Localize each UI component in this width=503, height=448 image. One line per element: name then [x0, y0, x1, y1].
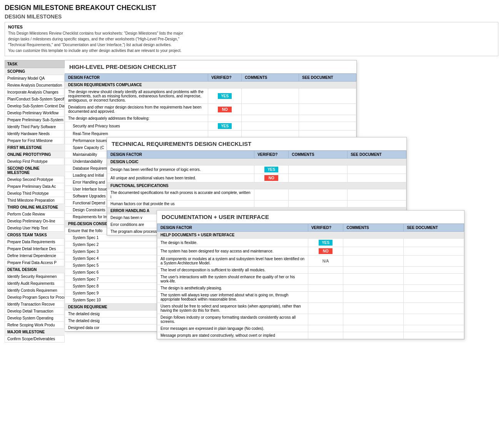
checklist-factor: Real-Time Requirem [65, 130, 208, 137]
technical-col-comments: COMMENTS [289, 151, 348, 159]
checklist-comments [242, 122, 299, 130]
predesign-col-seedoc: SEE DOCUMENT [299, 74, 356, 82]
section-subtitle: DESIGN MILESTONES [5, 13, 498, 20]
doc-col-verified: VERIFIED? [308, 224, 343, 232]
checklist-factor: The user's interactions with the system … [157, 274, 308, 285]
checklist-seedoc [348, 165, 406, 174]
sidebar-task: Identify Transaction Recove [5, 301, 65, 308]
checklist-verified [308, 325, 343, 332]
checklist-seedoc [404, 332, 464, 339]
checklist-seedoc [404, 274, 464, 285]
checklist-verified: NO [208, 104, 242, 115]
sidebar-table: TASK SCOPINGPreliminary Model QAReview A… [5, 60, 65, 343]
col-task: TASK [5, 60, 65, 68]
sidebar-section: CROSS TEAM TASKS [5, 232, 65, 239]
checklist-factor: Security and Privacy Issues [65, 122, 208, 130]
checklist-seedoc [404, 303, 464, 314]
checklist-seedoc [404, 239, 464, 247]
checklist-verified: NO [308, 247, 343, 256]
sidebar-task: Prepare Data Requirements [5, 239, 65, 246]
checklist-seedoc [404, 285, 464, 292]
checklist-verified [208, 130, 242, 137]
checklist-factor: Users should be free to select and seque… [157, 303, 308, 314]
sidebar-task: Prepare for First Milestone [5, 137, 65, 144]
sidebar-section: FIRST MILESTONE [5, 144, 65, 151]
checklist-factor: The design is aesthetically pleasing. [157, 285, 308, 292]
checklist-factor: All components or modules at a system an… [157, 256, 308, 267]
checklist-comments [343, 332, 404, 339]
checklist-factor: The level of decomposition is sufficient… [157, 267, 308, 274]
sidebar-task: Develop Program Specs for Processing [5, 294, 65, 301]
checklist-factor: The design adequately addresses the foll… [65, 115, 208, 122]
checklist-factor: Design follows industry or company forma… [157, 314, 308, 325]
documentation-table: DESIGN FACTOR VERIFIED? COMMENTS SEE DOC… [157, 224, 464, 339]
checklist-factor: The system has been designed for easy ac… [157, 247, 308, 256]
checklist-seedoc [348, 201, 406, 207]
sidebar-section: SCOPING [5, 68, 65, 75]
sidebar-task: Prepare Preliminary Data Ac [5, 183, 65, 190]
sidebar-task: Prepare Detail Interface Des [5, 246, 65, 252]
checklist-section: FUNCTIONAL SPECIFICATIONS [107, 182, 406, 189]
checklist-factor: The documented specifications for each p… [107, 189, 254, 201]
sidebar-task: Perform Code Review [5, 211, 65, 218]
checklist-section: DESIGN LOGIC [107, 159, 406, 165]
checklist-seedoc [404, 247, 464, 256]
checklist-verified [308, 274, 343, 285]
checklist-seedoc [404, 267, 464, 274]
checklist-comments [343, 256, 404, 267]
checklist-factor: All unique and positional values have be… [107, 174, 254, 182]
checklist-verified [308, 314, 343, 325]
checklist-factor: The design review should clearly identif… [65, 89, 208, 104]
checklist-verified [308, 303, 343, 314]
checklist-factor: Message prompts are stated constructivel… [157, 332, 308, 339]
checklist-verified: YES [308, 239, 343, 247]
checklist-verified: N/A [308, 256, 343, 267]
sidebar-section: SECOND ONLINE MILESTONE [5, 165, 65, 176]
sidebar-task: Prepare Final Data Access P [5, 259, 65, 266]
checklist-comments [343, 274, 404, 285]
checklist-factor: The system will always keep user informe… [157, 292, 308, 303]
checklist-verified: YES [208, 122, 242, 130]
checklist-comments [343, 267, 404, 274]
checklist-seedoc [404, 256, 464, 267]
checklist-comments [242, 130, 299, 137]
sidebar-task: Incorporate Analysis Changes [5, 89, 65, 96]
sidebar-task: Identify Third Party Software [5, 124, 65, 130]
checklist-comments [343, 292, 404, 303]
checklist-verified [208, 115, 242, 122]
predesign-col-factor: DESIGN FACTOR [65, 74, 208, 82]
panel-documentation: DOCUMENTATION + USER INTERFACE DESIGN FA… [157, 210, 465, 339]
sidebar-task: Refine Scoping Work Produ [5, 322, 65, 329]
doc-col-seedoc: SEE DOCUMENT [404, 224, 464, 232]
checklist-verified [308, 332, 343, 339]
sidebar-task: Third Milestone Preparation [5, 197, 65, 204]
sidebar-task: Preliminary Model QA [5, 75, 65, 82]
technical-col-seedoc: SEE DOCUMENT [348, 151, 406, 159]
checklist-seedoc [299, 104, 356, 115]
checklist-comments [242, 89, 299, 104]
technical-title: TECHNICAL REQUIREMENTS DESIGN CHECKLIST [107, 137, 406, 150]
checklist-comments [289, 165, 348, 174]
checklist-comments [343, 303, 404, 314]
sidebar-section: DETAIL DESIGN [5, 266, 65, 273]
checklist-comments [289, 189, 348, 201]
sidebar-task: Confirm Scope/Deliverables [5, 336, 65, 343]
checklist-comments [343, 314, 404, 325]
checklist-verified: YES [254, 165, 289, 174]
doc-col-factor: DESIGN FACTOR [157, 224, 308, 232]
checklist-seedoc [299, 115, 356, 122]
checklist-seedoc [404, 325, 464, 332]
checklist-seedoc [404, 314, 464, 325]
checklist-section: HELP DOCUMENTS + USER INTERFACE [157, 232, 464, 239]
checklist-comments [343, 285, 404, 292]
sidebar-task: Develop Sub-System Context Diagram [5, 103, 65, 110]
checklist-seedoc [348, 174, 406, 182]
sidebar-task: Review Analysis Documentation [5, 82, 65, 89]
checklist-comments [289, 201, 348, 207]
technical-col-verified: VERIFIED? [254, 151, 289, 159]
checklist-factor: Design has been verified for presence of… [107, 165, 254, 174]
checklist-factor: Human factors cor that provide the us [107, 201, 254, 207]
checklist-seedoc [299, 130, 356, 137]
checklist-section: DESIGN REQUIREMENTS COMPLIANCE [65, 82, 356, 89]
notes-text: This Design Milestones Review Checklist … [8, 30, 495, 53]
